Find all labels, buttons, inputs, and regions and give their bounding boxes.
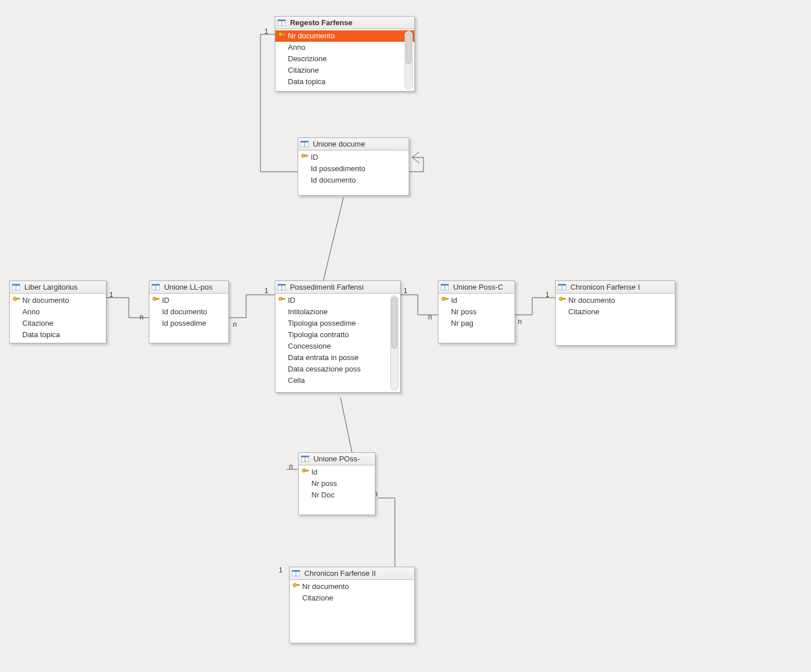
field-row[interactable]: Citazione — [275, 65, 414, 76]
field-row[interactable]: Intitolazione — [275, 306, 400, 318]
field-row[interactable]: ID — [298, 152, 409, 163]
field-label: ID — [288, 296, 295, 305]
field-label: ID — [311, 153, 318, 161]
field-label: ID — [162, 296, 169, 305]
svg-line-4 — [412, 157, 420, 163]
field-row[interactable]: Id documento — [149, 306, 228, 318]
key-icon — [278, 297, 286, 304]
field-row[interactable]: Concessione — [275, 341, 400, 352]
table-chronicon-farfense-1[interactable]: Chronicon Farfense I Nr documento Citazi… — [555, 280, 675, 346]
svg-rect-24 — [156, 298, 159, 299]
table-title: Liber Largitorius — [25, 283, 78, 291]
scrollbar-thumb[interactable] — [391, 297, 397, 349]
table-icon — [441, 283, 449, 290]
key-icon — [302, 468, 309, 476]
field-label: Nr documento — [568, 296, 615, 305]
field-label: Data topica — [288, 77, 326, 86]
field-row[interactable]: Anno — [275, 42, 414, 53]
field-label: Id possedime — [162, 319, 206, 327]
table-regesto-farfense[interactable]: Regesto Farfense Nr documento Anno Descr… — [275, 16, 415, 92]
field-row[interactable]: Nr documento — [10, 295, 106, 306]
svg-rect-49 — [296, 584, 299, 586]
field-row[interactable]: Citazione — [10, 318, 106, 329]
cardinality-one: 1 — [109, 291, 113, 299]
field-row[interactable]: Citazione — [556, 306, 675, 318]
field-row[interactable]: Id — [438, 295, 515, 306]
field-row[interactable]: Nr Doc — [299, 489, 375, 501]
field-label: Nr poss — [451, 307, 477, 316]
field-label: Citazione — [302, 594, 333, 602]
key-icon — [301, 153, 308, 161]
table-possedimenti-farfensi[interactable]: Possedimenti Farfensi ID Intitolazione T… — [275, 280, 401, 393]
cardinality-many: n — [428, 313, 432, 321]
field-row[interactable]: Cella — [275, 375, 400, 386]
field-row[interactable]: Citazione — [290, 592, 414, 604]
field-row[interactable]: Data topica — [275, 76, 414, 88]
key-icon — [441, 297, 449, 304]
field-row[interactable]: Nr poss — [438, 306, 515, 318]
scrollbar[interactable] — [405, 31, 413, 89]
svg-rect-29 — [282, 298, 285, 299]
field-row[interactable]: ID — [275, 295, 400, 306]
table-icon — [300, 140, 308, 147]
field-label: Data cessazione poss — [288, 365, 361, 373]
field-row[interactable]: Id — [299, 467, 375, 478]
table-unione-docume[interactable]: Unione docume ID Id possedimento Id docu… — [298, 137, 409, 196]
field-label: Concessione — [288, 342, 331, 350]
table-icon — [292, 570, 300, 576]
field-row[interactable]: Data cessazione poss — [275, 363, 400, 375]
table-liber-largitorius[interactable]: Liber Largitorius Nr documento Anno Cita… — [9, 280, 106, 343]
cardinality-many: n — [140, 313, 144, 321]
cardinality-many: n — [233, 321, 237, 329]
field-label: Nr documento — [288, 31, 335, 40]
field-label: Data topica — [22, 330, 60, 339]
svg-line-0 — [323, 197, 343, 280]
field-row[interactable]: Nr pag — [438, 318, 515, 329]
field-row[interactable]: Id possedime — [149, 318, 228, 329]
field-row[interactable]: ID — [149, 295, 228, 306]
field-row[interactable]: Nr documento — [290, 581, 414, 592]
svg-rect-9 — [282, 34, 285, 35]
field-row[interactable]: Nr poss — [299, 478, 375, 489]
field-label: Id documento — [162, 307, 207, 316]
field-row[interactable]: Data topica — [10, 329, 106, 341]
key-icon — [13, 297, 20, 304]
field-label: Id documento — [311, 176, 356, 184]
key-icon — [559, 297, 566, 304]
table-unione-poss-d[interactable]: Unione POss- Id Nr poss Nr Doc — [298, 452, 375, 515]
cardinality-one: 1 — [403, 287, 408, 295]
table-unione-poss-c[interactable]: Unione Poss-C Id Nr poss Nr pag — [438, 280, 515, 343]
table-unione-ll-pos[interactable]: Unione LL-pos ID Id documento Id possedi… — [149, 280, 229, 343]
table-title: Unione POss- — [314, 454, 360, 463]
field-label: Nr Doc — [311, 491, 334, 499]
field-row[interactable]: Id possedimento — [298, 163, 409, 175]
table-title: Chronicon Farfense I — [571, 283, 640, 291]
svg-rect-19 — [16, 298, 19, 299]
field-label: Anno — [22, 307, 39, 316]
table-icon — [278, 19, 286, 25]
field-label: Anno — [288, 43, 305, 52]
field-label: Citazione — [22, 319, 53, 327]
scrollbar[interactable] — [390, 295, 398, 390]
table-chronicon-farfense-2[interactable]: Chronicon Farfense II Nr documento Citaz… — [289, 567, 415, 643]
field-row[interactable]: Nr documento — [275, 30, 414, 42]
table-title: Unione Poss-C — [453, 283, 503, 291]
field-label: Intitolazione — [288, 307, 327, 316]
field-row[interactable]: Descrizione — [275, 53, 414, 65]
field-label: Id possedimento — [311, 164, 365, 173]
cardinality-one: 1 — [279, 566, 283, 574]
field-label: Nr pag — [451, 319, 473, 327]
field-row[interactable]: Data entrata in posse — [275, 352, 400, 363]
field-row[interactable]: Id documento — [298, 175, 409, 186]
table-title: Chronicon Farfense II — [304, 569, 376, 578]
field-row[interactable]: Tipologia contratto — [275, 329, 400, 341]
cardinality-one: 1 — [545, 291, 549, 299]
field-row[interactable]: Tipologia possedime — [275, 318, 400, 329]
field-label: Tipologia contratto — [288, 330, 349, 339]
field-label: Id — [311, 468, 318, 476]
field-label: Descrizione — [288, 54, 327, 63]
table-title: Regesto Farfense — [290, 18, 353, 27]
field-row[interactable]: Nr documento — [556, 295, 675, 306]
scrollbar-thumb[interactable] — [406, 33, 412, 64]
field-row[interactable]: Anno — [10, 306, 106, 318]
